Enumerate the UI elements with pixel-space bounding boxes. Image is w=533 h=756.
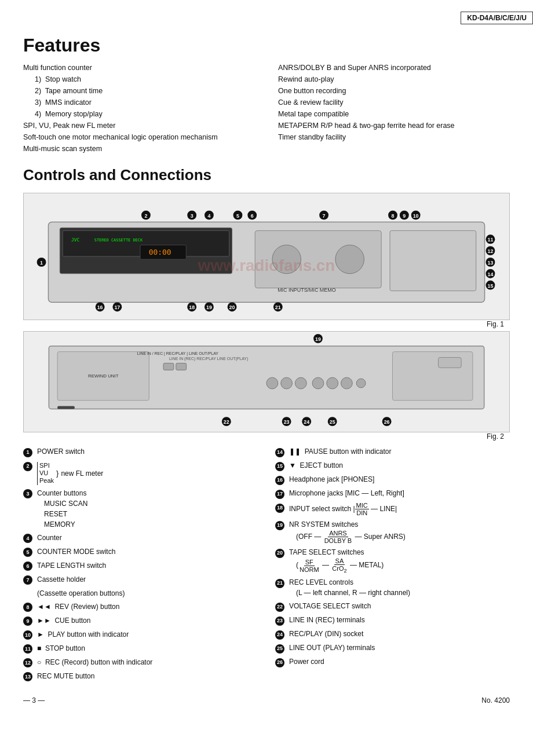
legend-desc-cassette-note: (Cassette operation buttons) <box>37 588 258 599</box>
fig2-diagram: REWIND UNIT LINE IN / REC | REC/PLAY | L… <box>23 331 510 432</box>
features-left: Multi function counter 1) Stop watch 2) … <box>23 62 255 155</box>
controls-title: Controls and Connections <box>23 166 510 184</box>
legend-desc-2: SPIVUPeak } new FL meter <box>37 460 258 485</box>
svg-text:13: 13 <box>487 260 493 266</box>
legend-desc-15: ▼ EJECT button <box>289 460 510 471</box>
page: KD-D4A/B/C/E/J/U Features Multi function… <box>0 0 533 756</box>
legend-left: 1 POWER switch 2 SPIVUPeak } new FL mete… <box>23 446 258 685</box>
features-spi: SPI, VU, Peak new FL meter <box>23 120 255 131</box>
legend-item-19: 19 NR SYSTEM switches (OFF — ANRSDOLBY B… <box>275 519 510 544</box>
legend-num-14: 14 <box>275 447 287 457</box>
fig1-label: Fig. 1 <box>23 320 510 328</box>
legend-num-24: 24 <box>275 629 287 640</box>
legend-desc-17: Microphone jacks [MIC — Left, Right] <box>289 488 510 498</box>
legend-num-7: 7 <box>23 575 35 585</box>
legend-item-12: 12 ○ REC (Record) button with indicator <box>23 657 258 668</box>
svg-point-67 <box>356 379 366 388</box>
legend-num-2: 2 <box>23 461 35 471</box>
svg-text:12: 12 <box>487 248 493 254</box>
legend-desc-22: VOLTAGE SELECT switch <box>289 601 510 611</box>
svg-text:19: 19 <box>315 336 321 342</box>
legend-item-18: 18 INPUT select switch |MICDIN — LINE| <box>275 502 510 516</box>
features-right-lines: ANRS/DOLBY B and Super ANRS incorporated… <box>278 62 510 143</box>
svg-text:2: 2 <box>144 213 147 219</box>
legend-item-20: 20 TAPE SELECT switches (SFNORM — SACrO2… <box>275 547 510 574</box>
svg-text:JVC: JVC <box>71 237 80 243</box>
legend-num-15: 15 <box>275 461 287 471</box>
legend-num-9: 9 <box>23 616 35 626</box>
bottom-bar: — 3 — No. 4200 <box>23 696 510 704</box>
svg-text:25: 25 <box>330 419 335 425</box>
legend-desc-23: LINE IN (REC) terminals <box>289 615 510 625</box>
legend-num-17: 17 <box>275 489 287 499</box>
legend-desc-5: COUNTER MODE switch <box>37 546 258 557</box>
svg-rect-58 <box>163 363 174 370</box>
legend-item-23: 23 LINE IN (REC) terminals <box>275 615 510 626</box>
legend-num-18: 18 <box>275 502 287 513</box>
legend-desc-13: REC MUTE button <box>37 671 258 681</box>
svg-text:REWIND UNIT: REWIND UNIT <box>88 373 119 379</box>
svg-text:23: 23 <box>284 419 290 425</box>
legend-desc-1: POWER switch <box>37 446 258 457</box>
fig2-label: Fig. 2 <box>23 432 510 441</box>
svg-text:STEREO CASSETTE DECK: STEREO CASSETTE DECK <box>94 238 143 243</box>
svg-text:19: 19 <box>206 304 212 310</box>
legend-item-9: 9 ►► CUE button <box>23 615 258 626</box>
legend-desc-11: ■ STOP button <box>37 643 258 654</box>
legend-num-21: 21 <box>275 578 287 588</box>
legend-desc-20: TAPE SELECT switches (SFNORM — SACrO2 — … <box>289 547 510 574</box>
legend-item-cassette-note: (Cassette operation buttons) <box>23 588 258 599</box>
legend-num-10: 10 <box>23 630 35 640</box>
svg-rect-59 <box>176 363 187 370</box>
legend-num-1: 1 <box>23 447 35 457</box>
svg-text:MIC INPUTS/MIC MEMO: MIC INPUTS/MIC MEMO <box>278 287 336 293</box>
svg-text:24: 24 <box>304 419 309 425</box>
fig2-container: REWIND UNIT LINE IN / REC | REC/PLAY | L… <box>23 331 510 441</box>
svg-rect-71 <box>57 406 75 409</box>
svg-text:LINE IN / REC | REC/PLAY | LIN: LINE IN / REC | REC/PLAY | LINE OUT/PLAY <box>137 351 219 356</box>
legend-num-25: 25 <box>275 643 287 654</box>
page-number: — 3 — <box>23 696 45 704</box>
legend-item-24: 24 REC/PLAY (DIN) socket <box>275 629 510 640</box>
svg-text:5: 5 <box>236 213 239 219</box>
svg-text:17: 17 <box>114 304 120 310</box>
legend-desc-24: REC/PLAY (DIN) socket <box>289 629 510 639</box>
legend-num-26: 26 <box>275 657 287 667</box>
legend-item-14: 14 ❚❚ PAUSE button with indicator <box>275 446 510 457</box>
svg-text:9: 9 <box>403 213 406 219</box>
svg-text:3: 3 <box>191 213 194 219</box>
legend-item-22: 22 VOLTAGE SELECT switch <box>275 601 510 612</box>
legend-num-16: 16 <box>275 475 287 485</box>
svg-text:10: 10 <box>413 213 419 219</box>
legend-num-13: 13 <box>23 671 35 682</box>
svg-point-66 <box>341 377 353 389</box>
legend-desc-10: ► PLAY button with indicator <box>37 629 258 640</box>
legend-num-23: 23 <box>275 615 287 626</box>
legend-item-16: 16 Headphone jack [PHONES] <box>275 474 510 485</box>
svg-point-64 <box>312 377 324 389</box>
svg-text:20: 20 <box>229 304 235 310</box>
legend-desc-7: Cassette holder <box>37 574 258 585</box>
features-multi-music: Multi-music scan system <box>23 143 255 155</box>
svg-text:26: 26 <box>384 419 390 425</box>
svg-text:00:00: 00:00 <box>149 248 171 256</box>
svg-text:4: 4 <box>207 213 210 219</box>
legend-desc-21: REC LEVEL controls (L — left channel, R … <box>289 577 510 598</box>
svg-text:7: 7 <box>323 213 326 219</box>
legend-desc-18: INPUT select switch |MICDIN — LINE| <box>289 502 510 516</box>
legend-desc-9: ►► CUE button <box>37 615 258 626</box>
svg-text:18: 18 <box>189 304 195 310</box>
fig1-container: JVC STEREO CASSETTE DECK 00:00 MIC INPUT… <box>23 193 510 328</box>
legend-desc-3: Counter buttons MUSIC SCAN RESET MEMORY <box>37 488 258 530</box>
legend-item-26: 26 Power cord <box>275 656 510 667</box>
svg-text:22: 22 <box>224 419 229 425</box>
legend-item-11: 11 ■ STOP button <box>23 643 258 654</box>
svg-text:6: 6 <box>251 213 254 219</box>
legend-item-25: 25 LINE OUT (PLAY) terminals <box>275 643 510 654</box>
legend-desc-16: Headphone jack [PHONES] <box>289 474 510 485</box>
features-soft: Soft-touch one motor mechanical logic op… <box>23 131 255 143</box>
svg-point-62 <box>281 377 293 389</box>
legend-item-21: 21 REC LEVEL controls (L — left channel,… <box>275 577 510 598</box>
svg-rect-11 <box>390 230 476 291</box>
doc-number: No. 4200 <box>481 696 510 704</box>
